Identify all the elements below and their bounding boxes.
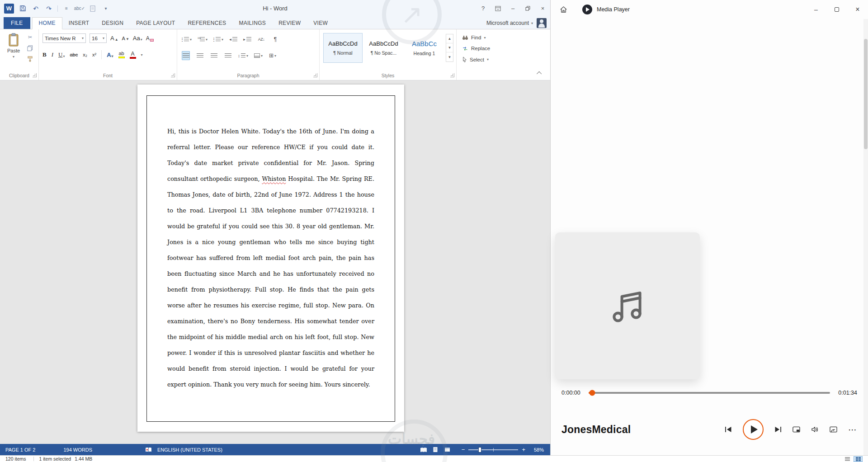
styles-more-icon[interactable]: ▼ bbox=[446, 52, 453, 61]
align-right-button[interactable] bbox=[210, 51, 218, 60]
tab-design[interactable]: DESIGN bbox=[95, 18, 130, 29]
save-icon[interactable] bbox=[18, 4, 27, 13]
bullets-button[interactable]: ▾ bbox=[182, 35, 192, 44]
sort-button[interactable]: AZ↓ bbox=[257, 35, 265, 44]
justify-button[interactable] bbox=[224, 51, 232, 60]
styles-scroll-down-icon[interactable]: ▼ bbox=[446, 43, 453, 52]
increase-indent-button[interactable]: ▸ bbox=[243, 35, 251, 44]
align-left-button[interactable] bbox=[182, 51, 190, 60]
collapse-ribbon-icon[interactable] bbox=[536, 70, 544, 76]
home-icon[interactable] bbox=[556, 3, 571, 16]
subscript-button[interactable]: x₂ bbox=[83, 52, 87, 57]
tab-review[interactable]: REVIEW bbox=[272, 18, 307, 29]
document-icon[interactable] bbox=[88, 4, 97, 13]
restore-icon[interactable] bbox=[520, 0, 535, 17]
dialog-launcher-icon[interactable] bbox=[450, 73, 454, 77]
page-indicator[interactable]: PAGE 1 OF 2 bbox=[3, 447, 38, 453]
avatar[interactable] bbox=[537, 18, 547, 28]
tab-mailings[interactable]: MAILINGS bbox=[232, 18, 272, 29]
seek-thumb[interactable] bbox=[590, 390, 595, 396]
font-size-select[interactable]: 16 ▾ bbox=[90, 33, 107, 43]
bullet-list-icon[interactable]: ≡ bbox=[62, 4, 71, 13]
details-view-icon[interactable] bbox=[843, 456, 852, 462]
zoom-in-icon[interactable]: + bbox=[522, 447, 525, 453]
tab-view[interactable]: VIEW bbox=[307, 18, 334, 29]
tab-page-layout[interactable]: PAGE LAYOUT bbox=[130, 18, 181, 29]
word-count[interactable]: 194 WORDS bbox=[61, 447, 95, 453]
replace-button[interactable]: Replace bbox=[462, 46, 490, 51]
italic-button[interactable]: I bbox=[52, 51, 53, 58]
minimize-icon[interactable]: – bbox=[505, 0, 520, 17]
multilevel-list-button[interactable]: ▾ bbox=[213, 35, 223, 44]
cast-icon[interactable] bbox=[830, 426, 837, 433]
large-icons-view-icon[interactable] bbox=[854, 456, 863, 462]
align-center-button[interactable] bbox=[196, 51, 204, 60]
format-painter-icon[interactable] bbox=[26, 56, 34, 62]
find-button[interactable]: Find ▾ bbox=[462, 35, 486, 40]
grow-font-button[interactable]: A▲ bbox=[110, 35, 118, 42]
font-name-select[interactable]: Times New R ▾ bbox=[42, 33, 86, 43]
cut-icon[interactable]: ✂ bbox=[26, 34, 34, 41]
tab-references[interactable]: REFERENCES bbox=[181, 18, 232, 29]
zoom-level[interactable]: 58% bbox=[529, 447, 544, 453]
seek-slider[interactable] bbox=[589, 392, 830, 394]
paste-button[interactable]: Paste ▾ bbox=[3, 33, 24, 59]
zoom-slider[interactable] bbox=[468, 449, 518, 450]
redo-icon[interactable]: ↷ bbox=[44, 4, 53, 13]
scrollbar-thumb[interactable] bbox=[864, 39, 868, 149]
style-heading-1[interactable]: AaBbCc Heading 1 bbox=[405, 33, 444, 63]
bold-button[interactable]: B bbox=[42, 51, 47, 58]
print-layout-icon[interactable] bbox=[432, 447, 439, 453]
help-icon[interactable]: ? bbox=[476, 0, 491, 17]
dialog-launcher-icon[interactable] bbox=[33, 73, 37, 77]
more-options-icon[interactable]: ⋯ bbox=[848, 424, 857, 435]
font-color-button[interactable]: A bbox=[130, 51, 136, 59]
change-case-button[interactable]: Aa▾ bbox=[133, 35, 142, 42]
decrease-indent-button[interactable]: ◂ bbox=[229, 35, 237, 44]
dialog-launcher-icon[interactable] bbox=[313, 73, 317, 77]
tab-file[interactable]: FILE bbox=[4, 17, 30, 29]
shrink-font-button[interactable]: A▼ bbox=[122, 36, 129, 41]
volume-icon[interactable] bbox=[811, 426, 819, 433]
tab-home[interactable]: HOME bbox=[32, 17, 62, 29]
style-normal[interactable]: AaBbCcDd ¶ Normal bbox=[323, 33, 363, 63]
borders-button[interactable]: ⊞▾ bbox=[269, 51, 277, 60]
read-mode-icon[interactable] bbox=[420, 447, 428, 453]
undo-icon[interactable]: ↶ bbox=[31, 4, 40, 13]
zoom-slider-thumb[interactable] bbox=[478, 447, 481, 453]
strikethrough-button[interactable]: abc bbox=[70, 52, 78, 57]
shading-button[interactable]: ▾ bbox=[254, 51, 263, 60]
select-button[interactable]: Select ▾ bbox=[462, 57, 489, 62]
show-formatting-marks-button[interactable]: ¶ bbox=[271, 35, 279, 44]
maximize-icon[interactable] bbox=[826, 0, 847, 19]
previous-track-icon[interactable] bbox=[725, 426, 732, 433]
customize-toolbar-icon[interactable]: ▾ bbox=[101, 4, 110, 13]
ribbon-display-options-icon[interactable] bbox=[491, 0, 505, 17]
web-layout-icon[interactable] bbox=[443, 447, 451, 453]
numbering-button[interactable]: ▾ bbox=[198, 35, 208, 44]
copy-icon[interactable] bbox=[26, 45, 34, 52]
spelling-check-icon[interactable]: abc✓ bbox=[75, 4, 84, 13]
word-app-icon[interactable]: W bbox=[4, 4, 14, 14]
highlight-color-button[interactable]: ab bbox=[118, 51, 125, 58]
close-icon[interactable]: × bbox=[535, 0, 550, 17]
play-button[interactable] bbox=[743, 419, 764, 440]
underline-button[interactable]: U▾ bbox=[58, 51, 65, 58]
line-spacing-button[interactable]: ↕▾ bbox=[238, 51, 248, 60]
document-text[interactable]: Hi, this is Doctor Helen White. Today's … bbox=[167, 123, 374, 392]
mini-player-icon[interactable] bbox=[793, 426, 800, 433]
styles-scroll-up-icon[interactable]: ▲ bbox=[446, 34, 453, 43]
superscript-button[interactable]: x² bbox=[92, 52, 96, 57]
proofing-errors-icon[interactable] bbox=[142, 447, 155, 453]
text-effects-button[interactable]: A▾ bbox=[107, 52, 113, 58]
tab-insert[interactable]: INSERT bbox=[62, 18, 96, 29]
microsoft-account-menu[interactable]: Microsoft account ▾ bbox=[486, 20, 533, 26]
minimize-icon[interactable]: – bbox=[806, 0, 826, 19]
next-track-icon[interactable] bbox=[774, 426, 782, 433]
scrollbar[interactable] bbox=[863, 19, 868, 455]
close-icon[interactable]: × bbox=[847, 0, 868, 19]
style-no-spacing[interactable]: AaBbCcDd ¶ No Spac... bbox=[364, 33, 403, 63]
dialog-launcher-icon[interactable] bbox=[171, 73, 175, 77]
clear-formatting-button[interactable]: A bbox=[146, 35, 154, 42]
zoom-out-icon[interactable]: − bbox=[462, 447, 465, 453]
